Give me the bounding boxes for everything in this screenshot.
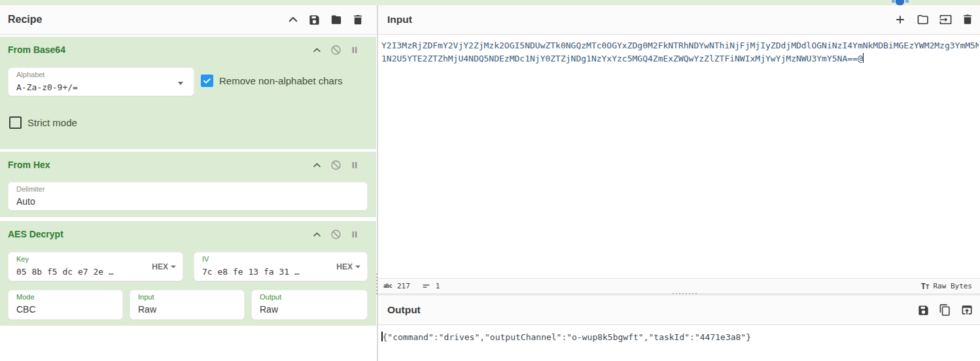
line-count-value: 1 [436,282,440,290]
alphabet-label: Alphabet [16,71,44,78]
remove-non-alphabet-label: Remove non-alphabet chars [219,75,342,86]
add-tab-icon[interactable] [894,13,907,26]
input-editor[interactable]: Y2I3MzRjZDFmY2VjY2ZjMzk2OGI5NDUwZTk0NGQz… [378,35,980,278]
output-type-value: Raw [260,304,278,315]
save-output-icon[interactable] [917,304,930,317]
input-type-value: Raw [138,304,156,315]
input-title: Input [387,14,412,26]
collapse-icon[interactable] [312,160,322,170]
cyberchef-app: Recipe From Base64 Alphabet A-Za-z0-9+ [0,0,980,361]
mode-label: Mode [16,293,35,301]
pane-splitter[interactable] [377,5,378,361]
op-title: From Hex [8,156,50,170]
line-count-group: 1 [422,282,440,290]
op-title: AES Decrypt [8,225,63,239]
top-banner-strip [0,0,980,5]
input-encoding-value: Raw Bytes [933,282,972,290]
breakpoint-pause-icon[interactable] [350,160,359,170]
collapse-icon[interactable] [312,230,322,239]
output-type-select[interactable]: Output Raw [251,290,368,320]
key-format-dropdown[interactable]: HEX [152,262,176,271]
maximise-output-icon[interactable] [960,303,973,317]
char-count-value: 217 [397,282,410,290]
collapse-all-icon[interactable] [287,14,299,26]
mode-select[interactable]: Mode CBC [8,290,123,320]
op-from-hex-header: From Hex [0,152,376,174]
io-splitter-grip[interactable] [673,293,697,294]
iv-format-dropdown[interactable]: HEX [336,262,360,271]
pane-splitter-grip[interactable] [376,273,378,294]
recipe-title: Recipe [8,14,42,26]
text-cursor [863,53,864,63]
key-label: Key [16,255,29,263]
char-count-group: abc 217 [383,282,410,290]
io-pane: Input Y2I3MzRjZDFmY2VjY2ZjMzk2OGI5NDUwZT… [378,5,980,361]
output-area: {"command":"drives","outputChannel":"o-w… [378,325,980,361]
recipe-pane: Recipe From Base64 Alphabet A-Za-z0-9+ [0,5,377,361]
input-status-bar: abc 217 1 TT Raw Bytes [378,278,980,294]
delimiter-select[interactable]: Delimiter Auto [8,182,368,211]
recipe-header: Recipe [0,5,377,35]
char-count-icon: abc [383,283,392,289]
input-encoding-selector[interactable]: TT Raw Bytes [921,282,972,291]
op-title: From Base64 [8,41,65,55]
strict-mode-checkbox[interactable]: Strict mode [9,116,77,129]
checkbox-unchecked-icon[interactable] [9,116,22,129]
input-text-line: 1N2U5YTE2ZTZhMjU4NDQ5NDEzMDc1NjY0ZTZjNDg… [381,52,979,65]
disable-icon[interactable] [330,229,341,240]
output-type-label: Output [260,293,281,301]
chevron-down-icon [171,266,176,268]
chevron-down-icon [178,82,183,85]
alphabet-select[interactable]: Alphabet A-Za-z0-9+/= [8,67,194,96]
copy-output-icon[interactable] [939,303,951,317]
input-header: Input [378,5,980,35]
input-text-line: Y2I3MzRjZDFmY2VjY2ZjMzk2OGI5NDUwZTk0NGQz… [381,39,979,52]
save-recipe-icon[interactable] [308,14,321,26]
operation-from-hex[interactable]: From Hex Delimiter Auto [0,152,376,217]
strict-mode-label: Strict mode [27,117,77,128]
disable-icon[interactable] [330,160,341,171]
breakpoint-pause-icon[interactable] [350,45,359,55]
key-format-value: HEX [152,262,168,271]
open-folder-input-icon[interactable] [939,13,953,26]
breakpoint-pause-icon[interactable] [350,230,359,239]
chevron-down-icon [355,266,360,268]
output-text-line: {"command":"drives","outputChannel":"o-w… [381,331,980,343]
text-encoding-icon: TT [921,282,930,291]
collapse-icon[interactable] [312,45,322,55]
iv-format-value: HEX [336,262,353,271]
load-recipe-folder-icon[interactable] [330,14,343,26]
input-type-select[interactable]: Input Raw [130,290,245,320]
key-value: 05 8b f5 dc e7 2e … [16,267,118,277]
alphabet-value: A-Za-z0-9+/= [16,82,78,92]
mode-value: CBC [16,304,36,315]
op-from-base64-header: From Base64 [0,37,376,59]
key-input[interactable]: Key 05 8b f5 dc e7 2e … HEX [8,252,183,281]
iv-input[interactable]: IV 7c e8 fe 13 fa 31 … HEX [194,252,368,281]
open-file-folder-icon[interactable] [916,13,930,26]
iv-value: 7c e8 fe 13 fa 31 … [202,267,304,277]
delimiter-label: Delimiter [16,185,44,193]
clear-io-trash-icon[interactable] [962,13,973,26]
checkbox-checked-icon[interactable] [201,75,213,87]
remove-non-alphabet-checkbox[interactable]: Remove non-alphabet chars [201,75,342,87]
op-aes-decrypt-header: AES Decrypt [0,221,376,243]
clear-recipe-trash-icon[interactable] [352,14,364,26]
input-type-label: Input [138,293,154,301]
delimiter-value: Auto [16,196,35,207]
output-title: Output [387,304,421,316]
line-count-icon [422,282,430,290]
iv-label: IV [202,255,209,263]
operation-aes-decrypt[interactable]: AES Decrypt Key 05 8b f5 dc e7 2e … HEX … [0,221,376,326]
partial-blue-icon [892,0,909,5]
output-header: Output [378,296,980,325]
operation-from-base64[interactable]: From Base64 Alphabet A-Za-z0-9+/= Remove… [0,37,376,149]
disable-icon[interactable] [330,44,341,56]
